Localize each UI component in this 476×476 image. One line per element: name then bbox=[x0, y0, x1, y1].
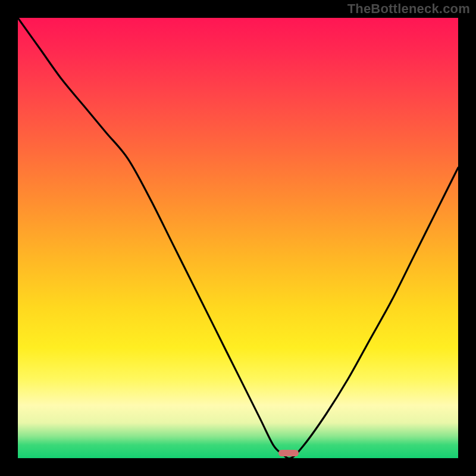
chart-container: TheBottleneck.com bbox=[0, 0, 476, 476]
plot-area bbox=[18, 18, 458, 458]
watermark-text: TheBottleneck.com bbox=[347, 1, 470, 17]
bottleneck-curve bbox=[18, 18, 458, 458]
curve-path bbox=[18, 18, 458, 458]
